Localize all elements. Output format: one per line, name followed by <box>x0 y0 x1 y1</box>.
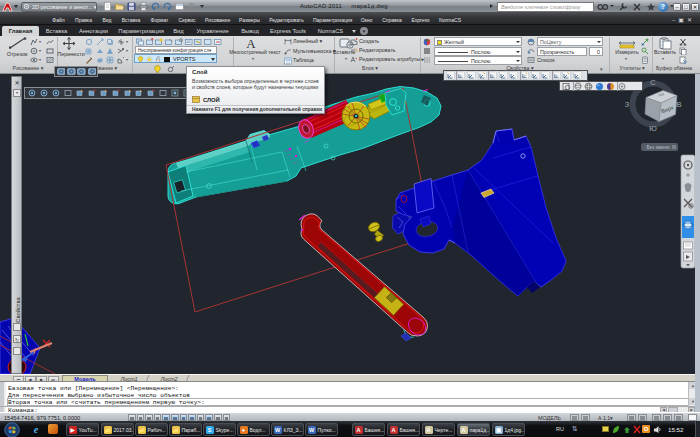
svg-text:Ю: Ю <box>649 124 657 133</box>
svg-text:З: З <box>625 100 630 109</box>
svg-text:С: С <box>650 78 656 87</box>
svg-text:Без имени: Без имени <box>646 145 670 150</box>
svg-text:В: В <box>676 100 681 109</box>
